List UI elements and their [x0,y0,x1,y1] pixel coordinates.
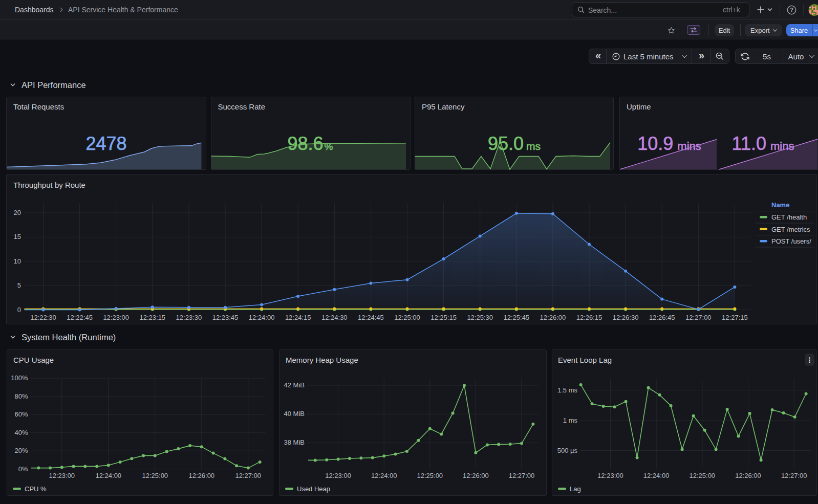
svg-text:12:24:00: 12:24:00 [249,314,275,321]
svg-text:1 ms: 1 ms [563,417,578,424]
svg-text:12:26:00: 12:26:00 [735,472,761,479]
svg-text:12:27:00: 12:27:00 [685,314,712,321]
svg-text:40%: 40% [14,429,28,436]
svg-text:10: 10 [14,257,21,265]
svg-text:12:25:00: 12:25:00 [142,472,168,479]
svg-text:12:24:45: 12:24:45 [358,314,384,321]
svg-text:12:27:15: 12:27:15 [722,314,748,321]
svg-text:12:23:00: 12:23:00 [103,314,129,321]
svg-text:12:23:00: 12:23:00 [49,472,75,479]
svg-text:12:23:00: 12:23:00 [325,472,351,479]
svg-text:12:25:00: 12:25:00 [417,472,443,479]
svg-text:Lag: Lag [570,485,581,493]
svg-text:12:24:00: 12:24:00 [643,472,670,479]
svg-text:42 MiB: 42 MiB [284,381,305,389]
svg-text:38 MiB: 38 MiB [284,439,305,446]
svg-text:12:25:00: 12:25:00 [689,472,715,479]
svg-text:12:22:30: 12:22:30 [30,314,56,321]
svg-text:12:26:00: 12:26:00 [463,472,489,479]
svg-text:12:23:00: 12:23:00 [597,472,623,479]
svg-text:GET /health: GET /health [771,213,807,221]
svg-text:12:22:45: 12:22:45 [67,314,93,321]
svg-text:20%: 20% [14,447,28,454]
svg-text:500 µs: 500 µs [557,447,578,454]
svg-text:12:24:00: 12:24:00 [95,472,121,479]
svg-text:12:27:00: 12:27:00 [235,472,261,479]
svg-text:0%: 0% [18,465,28,473]
svg-text:15: 15 [14,233,21,240]
svg-text:12:27:00: 12:27:00 [509,472,535,479]
svg-text:40 MiB: 40 MiB [284,410,305,418]
svg-text:12:24:15: 12:24:15 [285,314,311,321]
svg-text:12:26:00: 12:26:00 [540,314,566,321]
svg-text:20: 20 [14,209,21,216]
svg-text:100%: 100% [11,374,28,382]
svg-text:0: 0 [17,306,21,314]
svg-text:12:26:30: 12:26:30 [613,314,639,321]
svg-text:80%: 80% [14,392,28,400]
svg-text:12:26:00: 12:26:00 [188,472,214,479]
svg-text:POST /users/: POST /users/ [771,237,811,245]
svg-text:12:25:00: 12:25:00 [394,314,420,321]
svg-text:12:23:30: 12:23:30 [176,314,202,321]
svg-text:12:23:45: 12:23:45 [212,314,239,321]
svg-text:12:26:45: 12:26:45 [649,314,675,321]
svg-text:12:26:15: 12:26:15 [576,314,602,321]
svg-text:12:23:15: 12:23:15 [139,314,165,321]
svg-text:12:27:00: 12:27:00 [781,472,807,479]
svg-text:Name: Name [771,201,789,209]
svg-text:1.5 ms: 1.5 ms [557,386,578,394]
svg-text:5: 5 [17,281,21,289]
svg-text:12:25:30: 12:25:30 [467,314,493,321]
svg-text:12:25:45: 12:25:45 [503,314,529,321]
svg-text:Used Heap: Used Heap [297,485,330,493]
svg-text:12:25:15: 12:25:15 [430,314,457,321]
svg-text:12:24:00: 12:24:00 [371,472,397,479]
svg-text:CPU %: CPU % [25,485,47,493]
svg-text:12:24:30: 12:24:30 [321,314,348,321]
svg-text:GET /metrics: GET /metrics [771,226,810,233]
svg-text:60%: 60% [14,410,28,418]
